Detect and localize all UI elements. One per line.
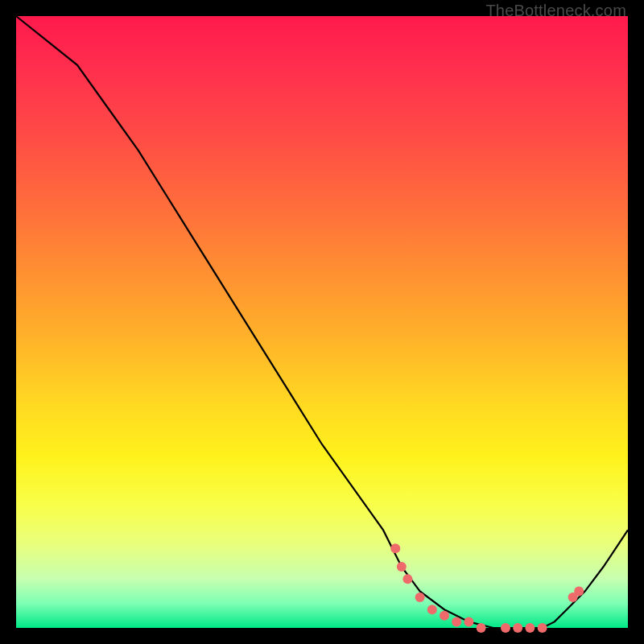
bottleneck-curve [16,16,628,628]
marker-dot [513,623,522,633]
marker-dot [477,623,486,633]
marker-dot [464,617,473,626]
marker-dot [538,623,547,633]
marker-dot [427,605,437,614]
attribution-label: TheBottleneck.com [485,2,626,20]
marker-dot [415,592,425,602]
marker-dot [440,611,449,621]
marker-dot [390,543,400,553]
marker-dots-group [390,543,584,633]
marker-dot [574,586,584,596]
marker-dot [525,623,535,633]
chart-frame [16,16,628,628]
chart-svg [16,16,628,628]
marker-dot [402,574,412,584]
marker-dot [397,562,407,572]
marker-dot [452,617,461,626]
marker-dot [501,623,510,633]
